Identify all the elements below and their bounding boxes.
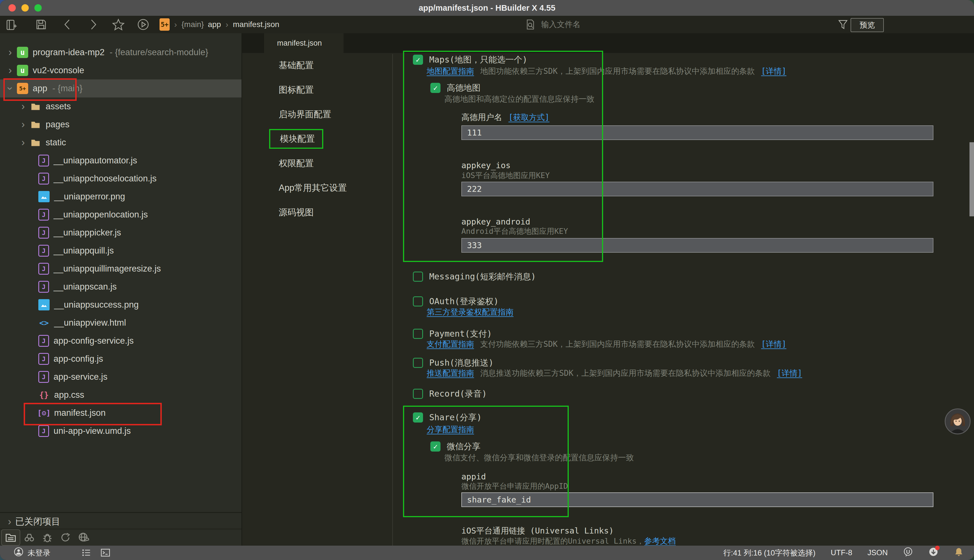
login-status[interactable]: 未登录 [28, 548, 50, 558]
payment-guide-link[interactable]: 支付配置指南 [427, 339, 474, 350]
manifest-config-menu: 基础配置 图标配置 启动界面配置 模块配置 权限配置 App常用其它设置 源码视… [242, 53, 392, 546]
chevron-right-icon[interactable]: › [5, 65, 16, 76]
file-search-field[interactable]: 输入文件名 [525, 18, 580, 31]
file-search-placeholder: 输入文件名 [541, 19, 580, 30]
amap-checkbox[interactable]: ✓ [430, 83, 440, 93]
hbuilder-feedback-icon[interactable] [903, 547, 913, 559]
tree-row-file[interactable]: J__uniappquill.js [0, 242, 242, 260]
tree-row-file[interactable]: Japp-config-service.js [0, 332, 242, 350]
chevron-right-icon[interactable]: › [17, 137, 29, 148]
tree-row-file[interactable]: {}app.css [0, 386, 242, 404]
tree-row-file[interactable]: J__uniappopenlocation.js [0, 206, 242, 224]
tree-row-folder[interactable]: ›assets [0, 97, 242, 115]
menu-item-app-other-settings[interactable]: App常用其它设置 [242, 175, 392, 200]
breadcrumb-branch[interactable]: {main} [182, 20, 204, 29]
cursor-position[interactable]: 行:41 列:16 (10字符被选择) [723, 548, 816, 558]
tab-manifest-json[interactable]: manifest.json [264, 33, 344, 53]
tab-project-manager[interactable] [1, 529, 20, 546]
appkey-ios-input[interactable] [461, 182, 933, 196]
bookmark-star-icon[interactable] [112, 18, 125, 31]
maps-guide-link[interactable]: 地图配置指南 [427, 66, 474, 77]
payment-detail-link[interactable]: [详情] [761, 339, 787, 350]
tree-row-file[interactable]: __uniappsuccess.png [0, 296, 242, 314]
push-checkbox[interactable] [413, 358, 423, 368]
menu-item-source-view[interactable]: 源码视图 [242, 200, 392, 225]
menu-item-basic-config[interactable]: 基础配置 [242, 53, 392, 77]
vertical-scrollbar-thumb[interactable] [969, 142, 974, 216]
messaging-checkbox[interactable] [413, 272, 423, 282]
folder-tab-icon [5, 532, 16, 543]
run-icon[interactable] [137, 18, 149, 31]
amap-username-howto-link[interactable]: [获取方式] [509, 112, 550, 123]
tree-row-file[interactable]: J__uniappautomator.js [0, 152, 242, 170]
bell-icon[interactable] [954, 547, 964, 559]
tree-row-file[interactable]: Japp-config.js [0, 350, 242, 368]
window-title: app/manifest.json - HBuilder X 4.55 [419, 3, 555, 13]
js-file-icon: J [38, 263, 49, 275]
tree-row-file[interactable]: Juni-app-view.umd.js [0, 422, 242, 440]
tree-row-file-manifest[interactable]: [⚙]manifest.json [0, 404, 242, 422]
share-checkbox[interactable]: ✓ [413, 412, 423, 423]
tree-row-folder[interactable]: ›pages [0, 115, 242, 133]
tree-row-folder[interactable]: ›static [0, 133, 242, 152]
maps-checkbox[interactable]: ✓ [413, 55, 423, 65]
tree-row-file[interactable]: <>__uniappview.html [0, 314, 242, 332]
oauth-guide-link[interactable]: 第三方登录鉴权配置指南 [427, 307, 514, 317]
language-mode[interactable]: JSON [867, 548, 888, 557]
user-login-icon[interactable] [13, 547, 24, 559]
menu-item-module-config[interactable]: 模块配置 [242, 127, 392, 151]
tab-sync[interactable] [57, 530, 74, 545]
tree-row-file[interactable]: __uniapperror.png [0, 188, 242, 206]
tree-row-file[interactable]: J__uniapppicker.js [0, 224, 242, 242]
tree-row-file[interactable]: J__uniappchooselocation.js [0, 170, 242, 188]
amap-username-input[interactable] [461, 125, 933, 140]
forward-icon[interactable] [87, 18, 99, 31]
maps-detail-link[interactable]: [详情] [761, 66, 787, 77]
js-file-icon: J [38, 173, 49, 185]
breadcrumb-file[interactable]: manifest.json [233, 20, 279, 29]
menu-item-permission-config[interactable]: 权限配置 [242, 151, 392, 175]
outline-list-icon[interactable] [81, 548, 91, 560]
breadcrumb-project[interactable]: app [208, 20, 221, 29]
push-guide-row: 推送配置指南 消息推送功能依赖三方SDK，上架到国内应用市场需要在隐私协议中添加… [427, 367, 802, 380]
chevron-right-icon[interactable]: › [17, 118, 29, 130]
encoding-indicator[interactable]: UTF-8 [831, 548, 852, 557]
minimize-window-button[interactable] [22, 4, 29, 12]
save-icon[interactable] [35, 18, 47, 31]
tree-row-project-app[interactable]: ›5+app- {main} [0, 80, 242, 97]
terminal-icon[interactable] [100, 548, 110, 560]
payment-checkbox[interactable] [413, 329, 423, 339]
tree-row-file[interactable]: Japp-service.js [0, 368, 242, 386]
push-detail-link[interactable]: [详情] [777, 368, 802, 378]
update-available-icon[interactable] [928, 547, 939, 559]
tree-row-file[interactable]: J__uniappscan.js [0, 278, 242, 296]
tab-search[interactable] [20, 530, 38, 545]
record-checkbox[interactable] [413, 389, 423, 399]
preview-button[interactable]: 预览 [851, 18, 884, 32]
chevron-right-icon[interactable]: › [17, 100, 29, 112]
close-window-button[interactable] [8, 4, 16, 12]
chevron-down-icon[interactable]: › [4, 83, 16, 94]
push-guide-link[interactable]: 推送配置指南 [427, 368, 474, 378]
appkey-android-input[interactable] [461, 238, 933, 253]
universal-links-doc-link[interactable]: 参考文档 [644, 536, 676, 547]
menu-item-splash-config[interactable]: 启动界面配置 [242, 102, 392, 127]
tree-row-project[interactable]: ›uvu2-vconsole [0, 62, 242, 80]
user-avatar[interactable] [945, 408, 971, 434]
closed-projects-section[interactable]: › 已关闭项目 [0, 512, 242, 530]
menu-item-icon-config[interactable]: 图标配置 [242, 77, 392, 102]
js-file-icon: J [38, 209, 49, 220]
new-window-icon[interactable] [5, 18, 17, 31]
zoom-window-button[interactable] [34, 4, 42, 12]
share-appid-input[interactable] [461, 492, 933, 507]
back-icon[interactable] [62, 18, 74, 31]
oauth-checkbox[interactable] [413, 296, 423, 307]
chevron-right-icon[interactable]: › [5, 47, 16, 58]
tree-row-project[interactable]: ›uprogram-idea-mp2- {feature/search-modu… [0, 43, 242, 62]
tab-debug[interactable] [38, 530, 57, 545]
tab-web[interactable] [74, 530, 92, 545]
share-guide-link[interactable]: 分享配置指南 [427, 424, 474, 435]
tree-row-file[interactable]: J__uniappquillimageresize.js [0, 260, 242, 278]
filter-funnel-icon[interactable] [837, 19, 848, 31]
wechat-share-checkbox[interactable]: ✓ [430, 442, 440, 452]
